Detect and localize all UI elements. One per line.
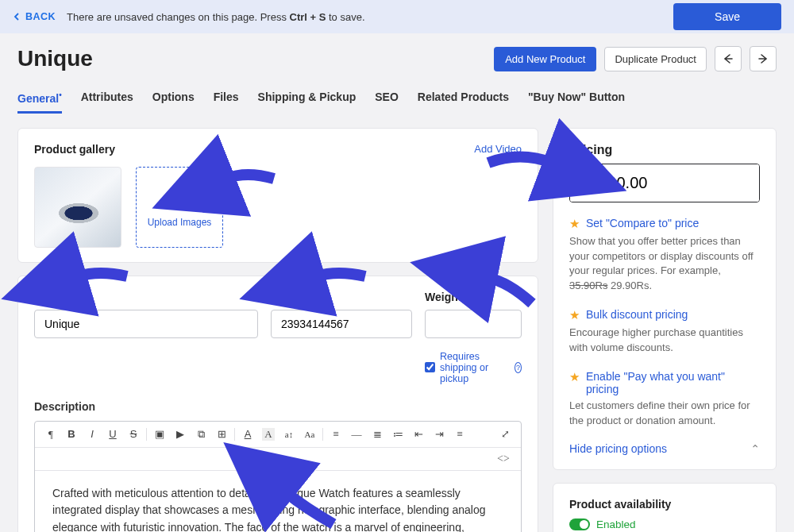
availability-status: Enabled (596, 519, 636, 530)
help-icon[interactable]: ? (515, 362, 522, 373)
plus-icon: + (173, 187, 186, 209)
video-icon[interactable]: ▶ (174, 428, 187, 441)
codeview-icon[interactable]: <> (497, 453, 510, 465)
italic-icon[interactable]: I (86, 428, 98, 441)
arrow-left-icon (723, 53, 734, 64)
add-video-link[interactable]: Add Video (474, 143, 522, 155)
hide-pricing-options[interactable]: Hide pricing options ⌄ (569, 442, 760, 455)
gallery-title: Product gallery (34, 143, 115, 156)
chevron-up-icon: ⌄ (750, 442, 760, 455)
tab-files[interactable]: Files (214, 91, 239, 114)
add-new-product-button[interactable]: Add New Product (494, 47, 596, 71)
bulk-discount-link[interactable]: Bulk discount pricing (586, 308, 688, 321)
link-icon[interactable]: ⧉ (195, 428, 207, 441)
next-product-button[interactable] (750, 46, 777, 71)
requires-shipping-input[interactable] (425, 362, 435, 372)
pricing-card: Pricing Rs ★ Set "Compare to" price Show… (553, 128, 777, 471)
underline-icon[interactable]: U (106, 428, 119, 441)
arrow-right-icon (757, 53, 769, 64)
upload-images-button[interactable]: + Upload Images (136, 167, 223, 248)
description-label: Description (34, 400, 522, 413)
table-icon[interactable]: ⊞ (215, 428, 228, 441)
sku-label: SKU (271, 291, 412, 303)
duplicate-product-button[interactable]: Duplicate Product (604, 47, 707, 71)
fontcase-icon[interactable]: Aa (303, 430, 316, 439)
product-gallery-card: Product gallery Add Video + Upload Image… (17, 128, 538, 263)
tab-related[interactable]: Related Products (418, 91, 509, 114)
requires-shipping-checkbox[interactable]: Requires shipping or pickup ? (425, 351, 522, 384)
description-textarea[interactable]: Crafted with meticulous attention to det… (35, 471, 521, 532)
bgcolor-icon[interactable]: A (262, 428, 275, 441)
save-button[interactable]: Save (673, 3, 781, 30)
tab-seo[interactable]: SEO (375, 91, 399, 114)
back-link[interactable]: BACK (13, 11, 56, 22)
editor-toolbar: ¶ B I U S ▣ ▶ ⧉ ⊞ (35, 422, 521, 448)
tab-attributes[interactable]: Attributes (81, 91, 133, 114)
weight-input[interactable] (425, 310, 522, 338)
tab-options[interactable]: Options (152, 91, 195, 114)
name-input[interactable] (34, 310, 258, 338)
pilcrow-icon[interactable]: ¶ (44, 428, 57, 441)
fullscreen-icon[interactable]: ⤢ (499, 428, 511, 441)
availability-title: Product availability (569, 498, 760, 511)
align-icon[interactable]: ≡ (330, 428, 342, 441)
back-label: BACK (25, 11, 56, 22)
basic-fields-card: Name SKU Weight, kg Requires shipping or… (17, 276, 538, 532)
unsaved-changes-bar: BACK There are unsaved changes on this p… (0, 0, 794, 33)
availability-toggle[interactable] (569, 519, 590, 530)
outdent-icon[interactable]: ⇤ (412, 428, 425, 441)
bulk-discount-desc: Encourage higher purchase quantities wit… (569, 326, 760, 356)
price-input[interactable] (570, 164, 760, 202)
fontsize-icon[interactable]: a↕ (283, 430, 295, 439)
pwyw-link[interactable]: Enable "Pay what you want" pricing (586, 370, 760, 395)
compare-price-desc: Show that you offer better prices than y… (569, 234, 760, 294)
tab-buynow[interactable]: "Buy Now" Button (528, 91, 625, 114)
product-tabs: General• Attributes Options Files Shippi… (17, 91, 777, 114)
textcolor-icon[interactable]: A (241, 428, 254, 441)
tab-shipping[interactable]: Shipping & Pickup (258, 91, 357, 114)
pricing-title: Pricing (569, 143, 760, 157)
image-icon[interactable]: ▣ (153, 428, 166, 441)
star-icon: ★ (569, 217, 580, 231)
chevron-left-icon (13, 13, 21, 21)
description-editor: ¶ B I U S ▣ ▶ ⧉ ⊞ (34, 421, 522, 532)
strike-icon[interactable]: S (127, 428, 140, 441)
star-icon: ★ (569, 308, 580, 322)
tab-general[interactable]: General• (17, 91, 62, 114)
lineheight-icon[interactable]: ≡ (453, 428, 466, 441)
compare-price-link[interactable]: Set "Compare to" price (586, 217, 699, 229)
indent-icon[interactable]: ⇥ (433, 428, 445, 441)
star-icon: ★ (569, 370, 580, 384)
hr-icon[interactable]: — (350, 428, 363, 441)
ol-icon[interactable]: ≔ (391, 428, 404, 441)
name-label: Name (34, 291, 258, 303)
sku-input[interactable] (271, 310, 412, 338)
prev-product-button[interactable] (715, 46, 742, 71)
availability-card: Product availability Enabled (553, 483, 777, 532)
upload-label: Upload Images (148, 217, 212, 228)
bold-icon[interactable]: B (65, 428, 78, 441)
pwyw-desc: Let customers define their own price for… (569, 399, 760, 429)
product-image-thumb[interactable] (34, 167, 121, 248)
ul-icon[interactable]: ≣ (371, 428, 384, 441)
unsaved-message: There are unsaved changes on this page. … (67, 11, 364, 23)
page-title: Unique (17, 46, 93, 71)
weight-label: Weight, kg (425, 291, 522, 303)
